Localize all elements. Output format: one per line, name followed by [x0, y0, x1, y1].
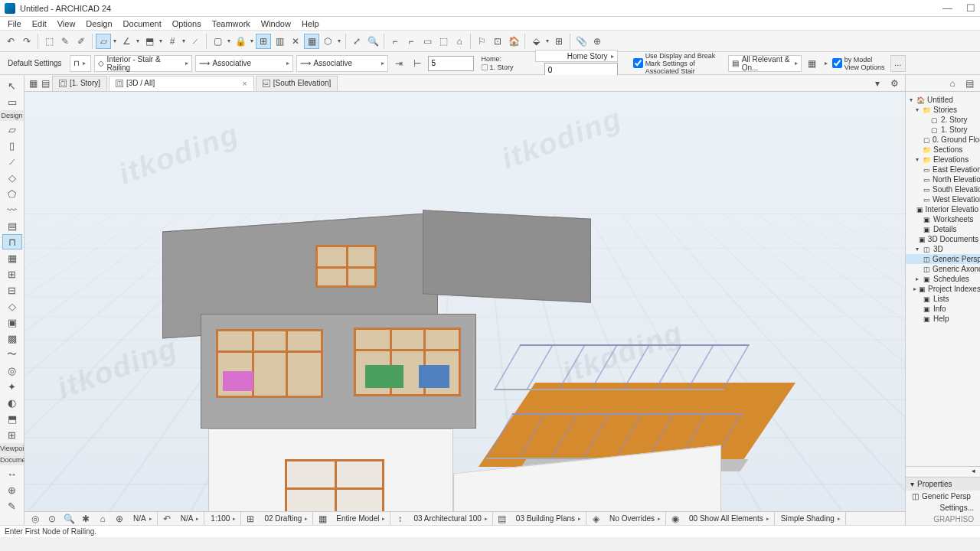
- menu-help[interactable]: Help: [297, 18, 324, 29]
- marquee-tool[interactable]: ▭: [2, 94, 22, 109]
- window-tool[interactable]: ⊞: [2, 266, 22, 282]
- opening-tool[interactable]: ◎: [2, 363, 22, 378]
- undo2-icon[interactable]: ↶: [159, 511, 175, 527]
- layer-icon[interactable]: ⊞: [243, 511, 258, 527]
- nav-map-icon[interactable]: ⌂: [945, 76, 960, 91]
- properties-header[interactable]: ▾Properties: [906, 478, 980, 491]
- seg-button-1[interactable]: ⇥: [391, 56, 407, 71]
- prop-settings-button[interactable]: Settings...: [906, 502, 980, 514]
- find-button[interactable]: 🔍: [365, 34, 381, 49]
- rect1-button[interactable]: ▭: [420, 34, 435, 49]
- tab-3d[interactable]: ◫[3D / All]×: [109, 76, 254, 91]
- wall-tool[interactable]: ▱: [2, 122, 22, 137]
- railing-tool[interactable]: ⊓: [2, 234, 22, 249]
- zone-tool[interactable]: ▩: [2, 331, 22, 346]
- curtain-tool[interactable]: ▦: [2, 250, 22, 266]
- roof-tool[interactable]: ⬠: [2, 186, 22, 201]
- shell-tool[interactable]: 〰: [2, 202, 22, 217]
- prev-icon[interactable]: ✱: [78, 511, 93, 527]
- suspend-button[interactable]: ⊞: [256, 34, 271, 49]
- corner-tool[interactable]: ⬒: [2, 411, 22, 426]
- door-tool[interactable]: ⊟: [2, 282, 22, 298]
- eyedropper-button[interactable]: ✎: [57, 34, 73, 49]
- geometry1-button[interactable]: ▱: [96, 34, 111, 49]
- geometry-method-2[interactable]: ⟿ Associative▸: [296, 55, 388, 72]
- tab-list-icon[interactable]: ▤: [40, 78, 51, 89]
- trace1-button[interactable]: ▥: [272, 34, 287, 49]
- home-story-button[interactable]: Home Story ▸: [535, 50, 618, 62]
- menu-teamwork[interactable]: Teamwork: [207, 18, 255, 29]
- grid-button[interactable]: #: [165, 34, 180, 49]
- relevant-filter[interactable]: ▤ All Relevant & On...▸: [728, 55, 802, 72]
- status-plans[interactable]: 03 Building Plans▸: [511, 512, 586, 525]
- lamp-tool[interactable]: ◐: [2, 395, 22, 410]
- mesh-tool[interactable]: 〜: [2, 347, 22, 362]
- object-tool[interactable]: ▣: [2, 315, 22, 330]
- tab-nav-icon[interactable]: ▾: [870, 76, 885, 91]
- seg-button-2[interactable]: ⊢: [410, 56, 425, 71]
- geometry3-drop[interactable]: ▾: [158, 37, 164, 44]
- over-icon[interactable]: ◈: [588, 511, 603, 527]
- grid-tool[interactable]: ⊞: [2, 427, 22, 442]
- tab-story[interactable]: ▢[1. Story]: [52, 76, 107, 91]
- geometry2-button[interactable]: ∠: [119, 34, 134, 49]
- zoom-icon[interactable]: 🔍: [61, 511, 77, 527]
- pub-button[interactable]: ⊞: [551, 34, 567, 49]
- trace3-button[interactable]: ▦: [304, 34, 319, 49]
- grid-drop[interactable]: ▾: [181, 37, 187, 44]
- column-tool[interactable]: ▯: [2, 138, 22, 153]
- fit-icon[interactable]: ⊙: [44, 511, 60, 527]
- tab-grid-icon[interactable]: ▦: [28, 78, 38, 89]
- plan-icon[interactable]: ▤: [495, 511, 510, 527]
- tool-icon-box[interactable]: ⊓▸: [70, 55, 91, 72]
- inject-button[interactable]: ✐: [74, 34, 89, 49]
- arrow-tool[interactable]: ↖: [2, 78, 22, 93]
- home-icon[interactable]: ⌂: [95, 511, 110, 527]
- home-button[interactable]: ⌂: [452, 34, 467, 49]
- grid-icon-button[interactable]: ▦: [805, 56, 820, 71]
- geometry-method-1[interactable]: ⟿ Associative▸: [195, 55, 293, 72]
- maximize-button[interactable]: ☐: [966, 2, 975, 14]
- status-arch[interactable]: 03 Architectural 100▸: [409, 512, 492, 525]
- design-category[interactable]: Design: [0, 110, 24, 121]
- status-zoom[interactable]: 1:100▸: [206, 512, 241, 525]
- box-button[interactable]: ▢: [210, 34, 225, 49]
- show-icon[interactable]: ◉: [668, 511, 683, 527]
- nav-scroll-left[interactable]: ◂: [906, 466, 980, 477]
- menu-window[interactable]: Window: [256, 18, 296, 29]
- pan-icon[interactable]: ⊕: [112, 511, 127, 527]
- menu-options[interactable]: Options: [168, 18, 206, 29]
- skylight-tool[interactable]: ◇: [2, 298, 22, 314]
- tab-opts-icon[interactable]: ⚙: [887, 76, 902, 91]
- status-na2[interactable]: N/A▸: [176, 512, 205, 525]
- stair-layer-tool[interactable]: ▤: [2, 218, 22, 233]
- menu-file[interactable]: File: [3, 18, 26, 29]
- status-overrides[interactable]: No Overrides▸: [605, 512, 666, 525]
- default-settings-label[interactable]: Default Settings: [3, 59, 67, 67]
- house-button[interactable]: 🏠: [506, 34, 521, 49]
- id-button[interactable]: ⊡: [490, 34, 505, 49]
- 3d-viewport[interactable]: itkoding itkoding itkoding itkoding itko…: [24, 92, 905, 511]
- minimize-button[interactable]: —: [942, 2, 952, 14]
- reno-button[interactable]: ⬡: [320, 34, 335, 49]
- angle1-button[interactable]: ⌐: [387, 34, 403, 49]
- lock-button[interactable]: 🔒: [233, 34, 248, 49]
- trace2-button[interactable]: ✕: [288, 34, 303, 49]
- morph-tool[interactable]: ✦: [2, 379, 22, 394]
- status-shading[interactable]: Simple Shading▸: [776, 512, 846, 525]
- text-tool[interactable]: ✎: [2, 498, 22, 514]
- segment-count-input[interactable]: [428, 56, 474, 71]
- beam-tool[interactable]: ⟋: [2, 154, 22, 169]
- dim-icon[interactable]: ↕: [392, 511, 407, 527]
- info-more[interactable]: …: [890, 55, 906, 72]
- redo-button[interactable]: ↷: [19, 34, 34, 49]
- geometry1-drop[interactable]: ▾: [112, 37, 118, 44]
- attach1-button[interactable]: 📎: [573, 34, 589, 49]
- measure-button[interactable]: ⤢: [349, 34, 364, 49]
- menu-edit[interactable]: Edit: [28, 18, 51, 29]
- navigator-tree[interactable]: ▾🏠Untitled ▾📁Stories ▢2. Story ▢1. Story…: [906, 92, 980, 466]
- level-tool[interactable]: ⊕: [2, 482, 22, 497]
- pick-button[interactable]: ⬚: [41, 34, 57, 49]
- model-icon[interactable]: ▦: [315, 511, 330, 527]
- orbit-icon[interactable]: ◎: [28, 511, 43, 527]
